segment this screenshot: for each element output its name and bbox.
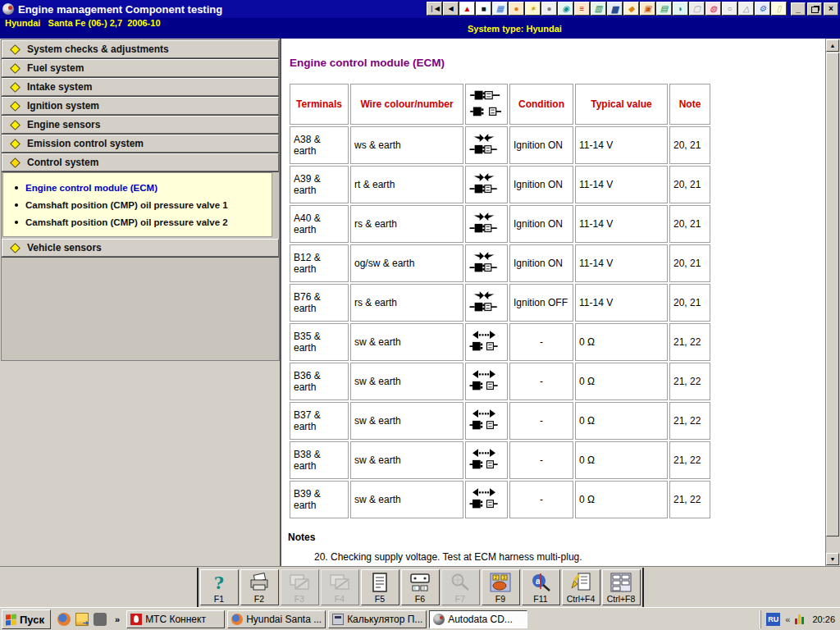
plug-disconnected-icon: [469, 409, 499, 431]
plug-connected-icon: [469, 133, 499, 156]
diamond-icon: [10, 243, 21, 253]
sidebar-item-control-system[interactable]: Control system: [2, 153, 279, 171]
submenu-item-cmp-valve-2[interactable]: Camshaft position (CMP) oil pressure val…: [11, 214, 268, 231]
language-indicator[interactable]: RU: [766, 613, 780, 626]
app-icon: [2, 3, 14, 15]
edit-button-ctrl-f4[interactable]: Ctrl+F4: [562, 569, 600, 605]
table-header-row: Terminals Wire colour/number Condition T…: [290, 84, 710, 125]
help-icon: ?: [214, 573, 224, 593]
task-calculator[interactable]: Калькулятор П...: [328, 610, 427, 628]
nav-first-icon[interactable]: ❘◀: [427, 2, 442, 16]
drawings-icon[interactable]: ▦: [492, 2, 508, 16]
table-grid-icon: [609, 573, 632, 592]
overflow-chevron[interactable]: »: [115, 614, 120, 624]
quick-launch-icon[interactable]: [94, 613, 107, 626]
body-icon[interactable]: ▣: [640, 2, 655, 16]
col-typical-value: Typical value: [575, 84, 668, 125]
col-condition: Condition: [509, 84, 573, 125]
system-type-label: System type: Hyundai: [468, 24, 562, 34]
edit-document-icon: [569, 573, 592, 592]
submenu-item-ecm[interactable]: Engine control module (ECM): [11, 180, 268, 197]
sidebar-item-engine-sensors[interactable]: Engine sensors: [2, 116, 279, 134]
restore-button[interactable]: [807, 2, 822, 16]
document-button-f5[interactable]: F5: [361, 569, 399, 605]
restore-icon: [811, 7, 819, 13]
warning-icon[interactable]: ▲: [459, 2, 475, 16]
plug-disconnected-icon: [469, 448, 499, 471]
pictures-button-f4: F4: [321, 569, 359, 605]
bullet-icon: [15, 203, 18, 207]
function-key-toolbar: ?F1 F2 F3 F4 F5 F6 F7 F9 F11 Ctrl+F4 Ctr…: [0, 566, 840, 608]
component-map-icon: [489, 573, 512, 592]
sidebar-item-fuel-system[interactable]: Fuel system: [2, 59, 279, 77]
nav-back-icon[interactable]: ◀: [443, 2, 459, 16]
diamond-icon: [10, 82, 21, 93]
close-button[interactable]: ×: [824, 2, 838, 16]
table-row: B35 & earth sw & earth - 0 Ω 21, 22: [290, 323, 710, 361]
service-icon[interactable]: ✶: [525, 2, 541, 16]
diamond-open-icon: [10, 158, 21, 168]
connection-signal-icon[interactable]: [795, 614, 806, 624]
scroll-up-icon[interactable]: ▲: [826, 39, 839, 52]
show-desktop-icon[interactable]: [75, 613, 89, 626]
triangle-icon[interactable]: △: [738, 2, 754, 16]
content-pane: Engine control module (ECM) Terminals Wi…: [281, 39, 840, 566]
sidebar-item-intake-system[interactable]: Intake system: [2, 78, 279, 96]
timing-icon[interactable]: ●: [509, 2, 524, 16]
col-terminals: Terminals: [290, 84, 349, 125]
table-row: B39 & earth sw & earth - 0 Ω 21, 22: [290, 481, 710, 518]
table-row: A38 & earth ws & earth Ignition ON 11-14…: [290, 126, 710, 164]
print-button-f2[interactable]: F2: [240, 569, 279, 605]
sidebar: System checks & adjustments Fuel system …: [0, 39, 280, 566]
diamond-icon: [10, 63, 21, 74]
table-row: A40 & earth rs & earth Ignition ON 11-14…: [290, 205, 710, 243]
firefox-icon: [231, 614, 243, 625]
wheels-icon[interactable]: ●: [541, 2, 557, 16]
page-title: Engine control module (ECM): [290, 57, 840, 69]
submenu-item-cmp-valve-1[interactable]: Camshaft position (CMP) oil pressure val…: [11, 197, 268, 214]
firefox-icon[interactable]: [57, 613, 71, 626]
task-mts-connect[interactable]: МТС Коннект: [126, 610, 225, 628]
gears-icon[interactable]: ⚙: [755, 2, 770, 16]
content-scrollbar[interactable]: ▲ ▼: [825, 39, 840, 566]
tables-button-ctrl-f8[interactable]: Ctrl+F8: [602, 569, 641, 605]
copier-icon[interactable]: ▤: [656, 2, 672, 16]
task-autodata[interactable]: Autodata CD...: [429, 610, 527, 628]
sidebar-item-emission-control[interactable]: Emission control system: [2, 135, 279, 153]
scrollbar-thumb[interactable]: [826, 52, 839, 536]
exhaust-icon[interactable]: ≡: [574, 2, 590, 16]
sidebar-item-system-checks[interactable]: System checks & adjustments: [2, 40, 279, 58]
pictures-icon: [328, 573, 351, 592]
sidebar-item-vehicle-sensors[interactable]: Vehicle sensors: [2, 239, 279, 257]
brakes-icon[interactable]: ■: [476, 2, 491, 16]
language-button-f11[interactable]: F11: [522, 569, 560, 605]
lift-icon[interactable]: ▥: [591, 2, 606, 16]
bulb-icon[interactable]: ○: [722, 2, 737, 16]
diamond-icon: [10, 139, 21, 149]
sidebar-item-ignition-system[interactable]: Ignition system: [2, 97, 279, 115]
connectors-button-f6[interactable]: F6: [401, 569, 440, 605]
components-button-f9[interactable]: F9: [482, 569, 520, 605]
blank-icon[interactable]: ▯: [771, 2, 787, 16]
plug-disconnected-icon: [469, 487, 499, 510]
ignition-icon[interactable]: ◆: [623, 2, 639, 16]
engine-icon[interactable]: ▆: [607, 2, 623, 16]
task-hyundai-santa[interactable]: Hyundai Santa ...: [227, 610, 326, 628]
start-button[interactable]: Пуск: [2, 609, 51, 629]
gauges-icon[interactable]: ◉: [558, 2, 573, 16]
airbag-icon[interactable]: ◍: [705, 2, 721, 16]
car-systems-icon[interactable]: ◗: [673, 2, 688, 16]
plug-connected-icon: [469, 172, 499, 195]
plug-connected-icon: [469, 251, 499, 274]
autodata-window: Engine management Component testing ❘◀ ◀…: [0, 0, 840, 630]
tray-chevron[interactable]: «: [785, 614, 790, 624]
toolbar-separator: [642, 568, 644, 607]
minimize-button[interactable]: _: [791, 2, 806, 16]
windows-logo-icon: [6, 614, 16, 625]
title-bar: Engine management Component testing ❘◀ ◀…: [0, 0, 840, 18]
help-button-f1[interactable]: ?F1: [200, 569, 239, 605]
car-data-icon[interactable]: ▢: [689, 2, 705, 16]
scroll-down-icon[interactable]: ▼: [826, 553, 839, 565]
vehicle-line1: Hyundai Santa Fe (06-) 2,7 2006-10: [5, 18, 161, 28]
table-row: B12 & earth og/sw & earth Ignition ON 11…: [290, 244, 710, 282]
